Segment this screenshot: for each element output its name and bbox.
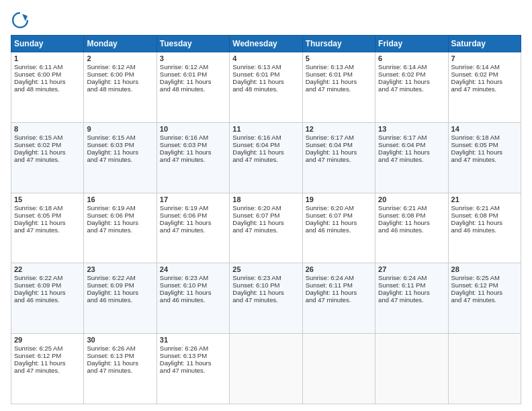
day-number: 27 xyxy=(378,265,445,273)
day-info-line: and 47 minutes. xyxy=(451,296,518,304)
day-info-line: and 47 minutes. xyxy=(306,296,372,304)
day-info-line: and 47 minutes. xyxy=(232,296,299,304)
calendar-cell: 6Sunrise: 6:14 AMSunset: 6:02 PMDaylight… xyxy=(375,52,448,123)
day-number: 2 xyxy=(87,54,153,62)
day-info-line: Sunset: 6:02 PM xyxy=(451,71,518,78)
calendar-cell: 25Sunrise: 6:23 AMSunset: 6:10 PMDayligh… xyxy=(230,263,302,334)
week-row-3: 15Sunrise: 6:18 AMSunset: 6:05 PMDayligh… xyxy=(11,193,521,263)
day-info-line: Sunrise: 6:22 AM xyxy=(14,274,81,281)
day-info-line: Daylight: 11 hours xyxy=(451,148,518,156)
day-info-line: Sunrise: 6:14 AM xyxy=(378,63,445,71)
day-number: 18 xyxy=(232,195,299,203)
calendar-cell: 4Sunrise: 6:13 AMSunset: 6:01 PMDaylight… xyxy=(230,52,302,123)
column-header-friday: Friday xyxy=(375,36,448,52)
day-info-line: Sunrise: 6:12 AM xyxy=(87,63,153,71)
day-info-line: Daylight: 11 hours xyxy=(87,219,153,226)
day-info-line: Sunset: 6:04 PM xyxy=(306,141,372,148)
day-info-line: Sunrise: 6:24 AM xyxy=(378,274,445,281)
calendar-cell: 1Sunrise: 6:11 AMSunset: 6:00 PMDaylight… xyxy=(11,52,84,123)
day-info-line: and 47 minutes. xyxy=(14,367,81,374)
week-row-4: 22Sunrise: 6:22 AMSunset: 6:09 PMDayligh… xyxy=(11,263,521,334)
week-row-1: 1Sunrise: 6:11 AMSunset: 6:00 PMDaylight… xyxy=(11,52,521,123)
day-info-line: Sunrise: 6:22 AM xyxy=(87,274,153,281)
day-number: 9 xyxy=(87,125,153,133)
day-info-line: Daylight: 11 hours xyxy=(378,219,445,226)
day-info-line: Sunset: 6:03 PM xyxy=(160,141,226,148)
calendar-cell: 18Sunrise: 6:20 AMSunset: 6:07 PMDayligh… xyxy=(230,193,302,263)
day-number: 25 xyxy=(232,265,299,273)
day-number: 19 xyxy=(306,195,372,203)
day-info-line: and 46 minutes. xyxy=(160,296,226,304)
calendar-cell: 9Sunrise: 6:15 AMSunset: 6:03 PMDaylight… xyxy=(84,122,157,193)
day-number: 15 xyxy=(14,195,81,203)
day-info-line: Sunset: 6:01 PM xyxy=(306,71,372,78)
calendar-cell: 21Sunrise: 6:21 AMSunset: 6:08 PMDayligh… xyxy=(448,193,521,263)
day-number: 1 xyxy=(14,54,81,62)
logo-icon xyxy=(11,11,30,30)
day-number: 8 xyxy=(14,125,81,133)
calendar-cell xyxy=(302,334,375,404)
day-info-line: and 46 minutes. xyxy=(87,296,153,304)
day-info-line: Sunrise: 6:25 AM xyxy=(14,345,81,352)
day-info-line: Sunset: 6:13 PM xyxy=(87,352,153,359)
day-info-line: Sunrise: 6:12 AM xyxy=(160,63,226,71)
day-info-line: and 48 minutes. xyxy=(14,85,81,93)
day-info-line: and 47 minutes. xyxy=(306,156,372,163)
column-header-wednesday: Wednesday xyxy=(230,36,302,52)
day-info-line: Sunrise: 6:14 AM xyxy=(451,63,518,71)
day-info-line: and 47 minutes. xyxy=(160,156,226,163)
day-info-line: Sunrise: 6:26 AM xyxy=(87,345,153,352)
calendar-cell xyxy=(230,334,302,404)
day-info-line: and 48 minutes. xyxy=(232,85,299,93)
header xyxy=(11,11,521,30)
day-info-line: Daylight: 11 hours xyxy=(306,148,372,156)
day-info-line: and 46 minutes. xyxy=(306,226,372,234)
day-info-line: Sunset: 6:01 PM xyxy=(232,71,299,78)
day-info-line: Sunrise: 6:16 AM xyxy=(160,134,226,141)
column-header-sunday: Sunday xyxy=(11,36,84,52)
week-row-5: 29Sunrise: 6:25 AMSunset: 6:12 PMDayligh… xyxy=(11,334,521,404)
calendar-table: SundayMondayTuesdayWednesdayThursdayFrid… xyxy=(11,35,521,404)
day-number: 28 xyxy=(451,265,518,273)
day-info-line: Sunrise: 6:23 AM xyxy=(232,274,299,281)
day-info-line: Sunset: 6:12 PM xyxy=(451,281,518,289)
day-info-line: Sunset: 6:05 PM xyxy=(14,212,81,219)
day-info-line: Sunset: 6:12 PM xyxy=(14,352,81,359)
day-info-line: Daylight: 11 hours xyxy=(160,359,226,367)
day-number: 5 xyxy=(306,54,372,62)
calendar-header: SundayMondayTuesdayWednesdayThursdayFrid… xyxy=(11,36,521,52)
day-info-line: Daylight: 11 hours xyxy=(378,78,445,85)
day-info-line: Daylight: 11 hours xyxy=(87,289,153,296)
calendar-cell: 7Sunrise: 6:14 AMSunset: 6:02 PMDaylight… xyxy=(448,52,521,123)
day-number: 23 xyxy=(87,265,153,273)
day-info-line: Daylight: 11 hours xyxy=(451,219,518,226)
day-info-line: Daylight: 11 hours xyxy=(160,148,226,156)
day-number: 30 xyxy=(87,336,153,344)
day-info-line: Sunset: 6:10 PM xyxy=(160,281,226,289)
calendar-cell: 24Sunrise: 6:23 AMSunset: 6:10 PMDayligh… xyxy=(157,263,229,334)
day-info-line: Daylight: 11 hours xyxy=(232,148,299,156)
day-info-line: and 48 minutes. xyxy=(87,85,153,93)
day-info-line: Sunset: 6:02 PM xyxy=(14,141,81,148)
calendar-cell: 2Sunrise: 6:12 AMSunset: 6:00 PMDaylight… xyxy=(84,52,157,123)
day-number: 21 xyxy=(451,195,518,203)
day-info-line: Sunset: 6:06 PM xyxy=(87,212,153,219)
logo xyxy=(11,11,32,30)
column-header-thursday: Thursday xyxy=(302,36,375,52)
day-number: 6 xyxy=(378,54,445,62)
day-info-line: Daylight: 11 hours xyxy=(306,219,372,226)
day-info-line: Daylight: 11 hours xyxy=(87,148,153,156)
page: SundayMondayTuesdayWednesdayThursdayFrid… xyxy=(0,0,532,411)
day-info-line: and 47 minutes. xyxy=(87,367,153,374)
day-info-line: Sunset: 6:03 PM xyxy=(87,141,153,148)
day-info-line: Sunrise: 6:20 AM xyxy=(306,204,372,212)
day-info-line: Daylight: 11 hours xyxy=(14,78,81,85)
day-info-line: Sunset: 6:06 PM xyxy=(160,212,226,219)
day-info-line: Sunrise: 6:13 AM xyxy=(232,63,299,71)
calendar-cell: 15Sunrise: 6:18 AMSunset: 6:05 PMDayligh… xyxy=(11,193,84,263)
calendar-cell: 20Sunrise: 6:21 AMSunset: 6:08 PMDayligh… xyxy=(375,193,448,263)
day-info-line: Sunrise: 6:25 AM xyxy=(451,274,518,281)
column-header-saturday: Saturday xyxy=(448,36,521,52)
day-info-line: Sunrise: 6:15 AM xyxy=(14,134,81,141)
day-info-line: Daylight: 11 hours xyxy=(451,78,518,85)
